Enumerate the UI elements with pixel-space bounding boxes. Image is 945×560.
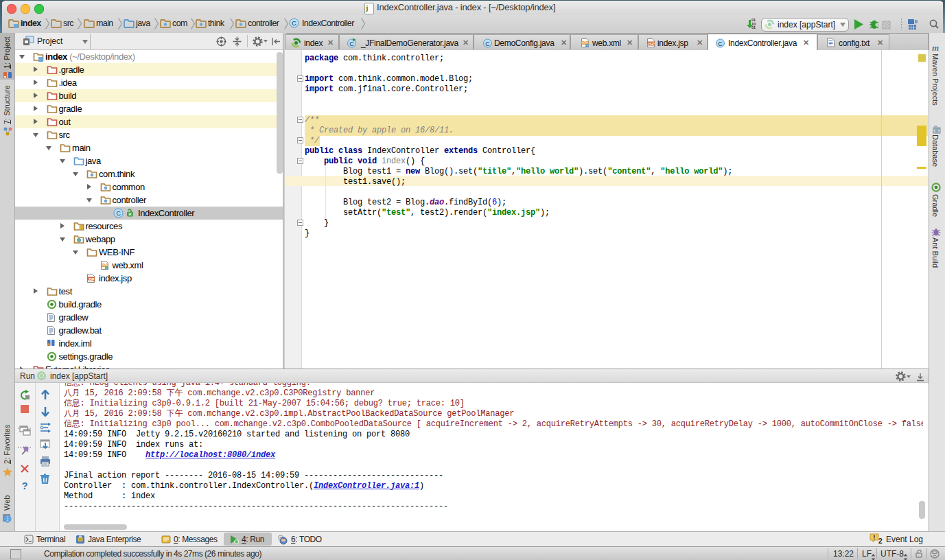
svg-text:C: C (718, 40, 723, 47)
svg-text:C: C (485, 40, 490, 47)
svg-text:C: C (349, 40, 354, 47)
svg-text:C: C (116, 210, 121, 217)
svg-text:JSP: JSP (88, 277, 95, 281)
svg-text:C: C (292, 20, 296, 27)
svg-text:JSP: JSP (647, 42, 655, 46)
svg-text:?: ? (21, 480, 27, 491)
